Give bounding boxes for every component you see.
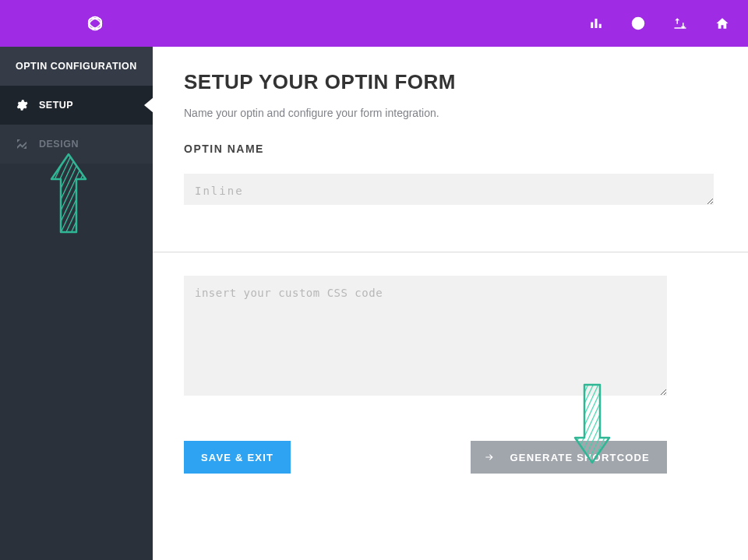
bar-chart-icon[interactable]	[589, 16, 603, 30]
sidebar-header: OPTIN CONFIGURATION	[0, 47, 153, 86]
sidebar-item-label: SETUP	[39, 100, 73, 111]
gear-icon	[16, 99, 28, 111]
svg-rect-3	[591, 23, 593, 29]
page-subtitle: Name your optin and configure your form …	[184, 107, 717, 119]
svg-point-2	[86, 16, 103, 31]
layout: OPTIN CONFIGURATION SETUP DESIGN SETUP Y…	[0, 47, 748, 560]
annotation-arrow-down	[573, 382, 611, 466]
section-separator	[153, 252, 748, 252]
sidebar-item-setup[interactable]: SETUP	[0, 86, 153, 125]
custom-css-input[interactable]	[184, 276, 667, 396]
generate-shortcode-button[interactable]: GENERATE SHORTCODE	[471, 441, 667, 474]
page-title: SETUP YOUR OPTIN FORM	[184, 70, 717, 94]
optin-name-label: OPTIN NAME	[184, 143, 717, 155]
logo-icon	[85, 13, 105, 33]
arrow-right-icon	[483, 452, 496, 463]
transfer-icon[interactable]	[673, 16, 687, 30]
design-icon	[16, 138, 28, 150]
main-content: SETUP YOUR OPTIN FORM Name your optin an…	[153, 47, 748, 560]
logo-area	[19, 0, 171, 47]
sidebar-item-label: DESIGN	[39, 139, 79, 150]
svg-rect-5	[599, 24, 602, 28]
topbar-actions	[589, 16, 729, 30]
svg-rect-8	[675, 27, 686, 29]
svg-point-7	[637, 20, 640, 24]
user-icon[interactable]	[631, 16, 645, 30]
top-bar	[0, 0, 748, 47]
home-icon[interactable]	[715, 16, 729, 30]
svg-rect-4	[595, 19, 598, 28]
save-exit-button[interactable]: SAVE & EXIT	[184, 441, 291, 474]
main-top-section: SETUP YOUR OPTIN FORM Name your optin an…	[153, 47, 748, 208]
annotation-arrow-up	[47, 151, 90, 237]
optin-name-input[interactable]	[184, 174, 714, 205]
sidebar: OPTIN CONFIGURATION SETUP DESIGN	[0, 47, 153, 560]
